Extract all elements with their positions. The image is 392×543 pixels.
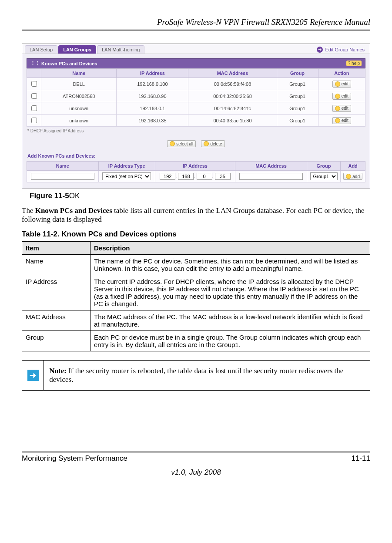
ip-oct-2[interactable]: [178, 173, 194, 180]
edit-group-names-link[interactable]: ➔ Edit Group Names: [317, 47, 367, 53]
tabs-row: LAN Setup LAN Groups LAN Multi-homing ➔ …: [22, 44, 370, 54]
option-desc: The current IP address. For DHCP clients…: [90, 275, 370, 310]
add-label: add: [352, 174, 360, 179]
tab-lan-setup[interactable]: LAN Setup: [25, 45, 57, 54]
add-col-add: Add: [341, 162, 365, 171]
cell-ip: 192.168.0.1: [117, 102, 188, 115]
delete-button[interactable]: delete: [201, 140, 224, 147]
add-iptype-select[interactable]: Fixed (set on PC): [102, 172, 151, 180]
table-row: IP AddressThe current IP address. For DH…: [22, 275, 370, 310]
table-row: DELL192.168.0.10000:0d:56:59:f4:08Group1…: [27, 78, 365, 90]
add-mac-input[interactable]: [239, 173, 303, 180]
cell-group: Group1: [277, 78, 318, 90]
row-checkbox[interactable]: [31, 93, 37, 99]
help-button[interactable]: ? help: [346, 61, 362, 66]
note-text: Note: If the security router is rebooted…: [44, 361, 370, 390]
add-col-iptype: IP Address Type: [98, 162, 155, 171]
cell-mac: 00:0d:56:59:f4:08: [188, 78, 277, 90]
known-devices-table: Name IP Address MAC Address Group Action…: [27, 68, 365, 127]
cell-name: ATRON002568: [41, 90, 117, 102]
pencil-icon: [335, 106, 340, 111]
row-checkbox[interactable]: [31, 118, 37, 123]
dhcp-footnote: * DHCP Assigned IP Address: [27, 127, 365, 138]
panel-title: Known PCs and Devices: [41, 61, 97, 66]
ip-oct-3[interactable]: [197, 173, 212, 180]
edit-group-names-label: Edit Group Names: [325, 47, 365, 52]
plus-icon: [346, 174, 351, 179]
edit-button[interactable]: edit: [332, 81, 351, 88]
option-desc: The MAC address of the PC. The MAC addre…: [90, 310, 370, 331]
options-header-desc: Description: [90, 242, 370, 255]
footer-version: v1.0, July 2008: [22, 468, 370, 477]
dots-icon: ⋮⋮: [30, 61, 41, 66]
option-desc: Each PC or device must be in a single gr…: [90, 331, 370, 351]
table-row: unknown192.168.0.100:14:6c:82:84:fcGroup…: [27, 102, 365, 115]
add-col-group: Group: [307, 162, 340, 171]
table-row: GroupEach PC or device must be in a sing…: [22, 331, 370, 351]
cell-group: Group1: [277, 102, 318, 115]
cell-ip: 192.168.0.90: [117, 90, 188, 102]
table-row: unknown192.168.0.3500:40:33:ac:1b:80Grou…: [27, 115, 365, 127]
lan-groups-screenshot: LAN Setup LAN Groups LAN Multi-homing ➔ …: [22, 44, 370, 189]
x-icon: [204, 141, 209, 146]
cell-mac: 00:14:6c:82:84:fc: [188, 102, 277, 115]
col-mac: MAC Address: [188, 69, 277, 78]
table-caption: Table 11-2. Known PCs and Devices option…: [22, 230, 370, 239]
pencil-icon: [335, 94, 340, 99]
edit-button[interactable]: edit: [332, 93, 351, 100]
tab-lan-groups[interactable]: LAN Groups: [58, 45, 96, 54]
add-section-label: Add Known PCs and Devices:: [27, 152, 365, 161]
edit-button[interactable]: edit: [332, 117, 351, 124]
cell-name: DELL: [41, 78, 117, 90]
cell-ip: 192.168.0.100: [117, 78, 188, 90]
help-icon: ?: [348, 61, 351, 66]
options-table: Item Description NameThe name of the PC …: [22, 241, 370, 351]
intro-paragraph: The Known PCs and Devices table lists al…: [22, 206, 370, 224]
col-group: Group: [277, 69, 318, 78]
arrow-right-icon: ➔: [317, 47, 323, 53]
option-item: Name: [22, 255, 90, 275]
ip-oct-1[interactable]: [160, 173, 175, 180]
select-all-button[interactable]: select all: [167, 140, 196, 147]
edit-button[interactable]: edit: [332, 105, 351, 112]
cell-ip: 192.168.0.35: [117, 115, 188, 127]
row-checkbox[interactable]: [31, 81, 37, 87]
col-action: Action: [318, 69, 365, 78]
option-desc: The name of the PC or device. Sometimes,…: [90, 255, 370, 275]
col-name: Name: [41, 69, 117, 78]
options-header-item: Item: [22, 242, 90, 255]
option-item: Group: [22, 331, 90, 351]
cell-name: unknown: [41, 102, 117, 115]
footer-page: 11-11: [352, 454, 370, 463]
footer-section: Monitoring System Performance: [22, 454, 127, 463]
note-icon-cell: ➜: [22, 361, 44, 390]
figure-number: Figure 11-5: [30, 192, 69, 200]
page-footer: Monitoring System Performance 11-11 v1.0…: [22, 452, 370, 477]
option-item: MAC Address: [22, 310, 90, 331]
pencil-icon: [335, 81, 340, 87]
table-row: ATRON002568192.168.0.9000:04:32:00:25:68…: [27, 90, 365, 102]
select-all-label: select all: [176, 142, 193, 146]
cell-name: unknown: [41, 115, 117, 127]
figure-caption: Figure 11-5OK: [30, 192, 370, 200]
add-col-name: Name: [27, 162, 99, 171]
add-col-mac: MAC Address: [235, 162, 307, 171]
header-rule: [22, 30, 370, 30]
cell-group: Group1: [277, 90, 318, 102]
cell-group: Group1: [277, 115, 318, 127]
table-row: MAC AddressThe MAC address of the PC. Th…: [22, 310, 370, 331]
add-device-table: Name IP Address Type IP Address MAC Addr…: [27, 161, 365, 182]
figure-suffix: OK: [69, 192, 80, 200]
tab-lan-multihoming[interactable]: LAN Multi-homing: [97, 45, 144, 54]
row-checkbox[interactable]: [31, 105, 37, 111]
cell-mac: 00:04:32:00:25:68: [188, 90, 277, 102]
option-item: IP Address: [22, 275, 90, 310]
add-name-input[interactable]: [31, 173, 94, 180]
add-button[interactable]: add: [343, 173, 362, 180]
known-devices-panel-header: ⋮⋮ Known PCs and Devices ? help: [27, 58, 365, 68]
arrow-note-icon: ➜: [27, 370, 39, 381]
cell-mac: 00:40:33:ac:1b:80: [188, 115, 277, 127]
add-group-select[interactable]: Group1: [310, 172, 338, 180]
ip-oct-4[interactable]: [215, 173, 231, 180]
add-row: Fixed (set on PC) . . . Group1 add: [27, 171, 365, 182]
